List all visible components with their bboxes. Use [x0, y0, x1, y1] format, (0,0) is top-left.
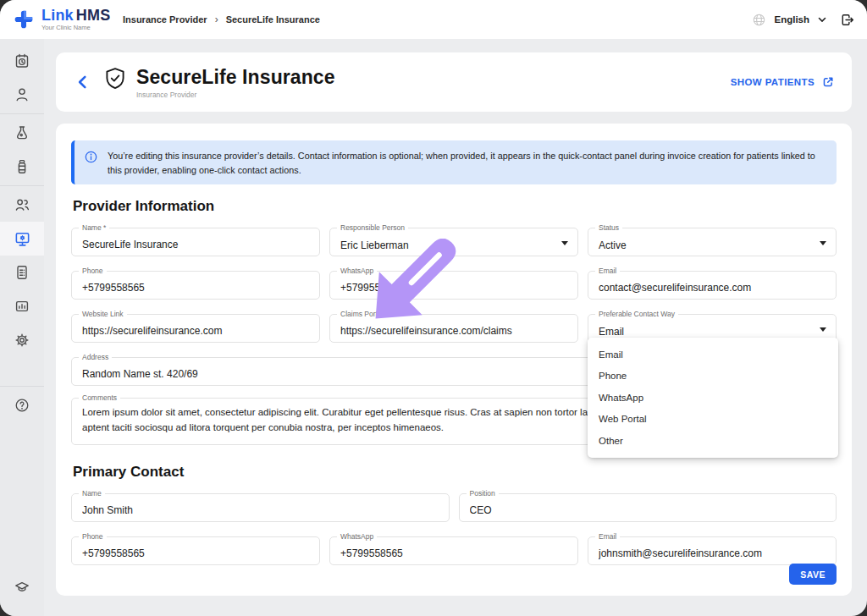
- chevron-down-icon: [817, 14, 827, 25]
- email-field[interactable]: Email: [588, 271, 837, 300]
- status-label: Status: [595, 223, 622, 232]
- sidebar-item-reports[interactable]: [0, 289, 44, 323]
- phone-field[interactable]: Phone: [71, 271, 320, 300]
- website-link-field[interactable]: Website Link: [71, 314, 320, 343]
- email-field-label: Email: [595, 267, 620, 275]
- status-select[interactable]: Status Active: [588, 228, 837, 256]
- website-link-input[interactable]: [72, 315, 319, 342]
- contact-position-input[interactable]: [460, 494, 837, 521]
- monitor-gear-icon: [14, 230, 31, 248]
- contact-email-label: Email: [595, 532, 620, 541]
- sidebar-item-invoices[interactable]: [0, 256, 44, 289]
- sidebar-item-pharmacy[interactable]: [0, 150, 44, 184]
- whatsapp-input[interactable]: [330, 272, 577, 299]
- topbar: LinkHMS Your Clinic Name Insurance Provi…: [0, 0, 867, 39]
- contact-email-field[interactable]: Email: [588, 536, 837, 565]
- menu-option-whatsapp[interactable]: WhatsApp: [588, 387, 838, 409]
- sidebar: [0, 39, 44, 616]
- contact-whatsapp-input[interactable]: [330, 537, 577, 564]
- breadcrumb: Insurance Provider › SecureLife Insuranc…: [123, 0, 320, 39]
- logout-icon: [839, 12, 855, 28]
- claims-portal-link-field[interactable]: Claims Portal Link: [329, 314, 578, 343]
- brand-name-hms: HMS: [76, 7, 111, 24]
- name-field[interactable]: Name *: [71, 228, 320, 256]
- gear-icon: [14, 332, 30, 349]
- contact-phone-label: Phone: [79, 532, 107, 541]
- email-input[interactable]: [588, 272, 836, 299]
- section-heading-provider-information: Provider Information: [73, 198, 837, 215]
- contact-whatsapp-label: WhatsApp: [337, 532, 377, 541]
- sidebar-item-settings[interactable]: [0, 323, 44, 357]
- sidebar-item-insurance[interactable]: [0, 222, 44, 256]
- sidebar-item-staff[interactable]: [0, 188, 44, 222]
- contact-name-input[interactable]: [72, 494, 449, 521]
- sidebar-item-laboratory[interactable]: [0, 116, 44, 150]
- claims-portal-link-label: Claims Portal Link: [337, 310, 402, 318]
- calendar-clock-icon: [14, 52, 30, 69]
- menu-option-web-portal[interactable]: Web Portal: [588, 409, 838, 431]
- preferable-contact-way-value: Email: [588, 315, 836, 338]
- info-icon: [85, 151, 97, 163]
- contact-email-input[interactable]: [588, 537, 836, 564]
- contact-name-field[interactable]: Name: [71, 493, 450, 522]
- menu-option-phone[interactable]: Phone: [588, 366, 838, 388]
- menu-option-email[interactable]: Email: [588, 344, 838, 366]
- logout-button[interactable]: [839, 12, 855, 28]
- provider-form-card: You’re editing this insurance provider’s…: [56, 124, 852, 596]
- sidebar-item-schedule[interactable]: [0, 44, 44, 78]
- breadcrumb-insurance-provider[interactable]: Insurance Provider: [123, 14, 207, 25]
- save-button[interactable]: SAVE: [789, 564, 837, 585]
- language-selector[interactable]: English: [752, 13, 827, 27]
- app-window: LinkHMS Your Clinic Name Insurance Provi…: [0, 0, 867, 616]
- info-banner-text: You’re editing this insurance provider’s…: [108, 148, 825, 177]
- website-link-label: Website Link: [79, 310, 127, 318]
- menu-option-other[interactable]: Other: [588, 430, 838, 452]
- contact-phone-input[interactable]: [72, 537, 319, 564]
- contact-position-field[interactable]: Position: [459, 493, 837, 522]
- responsible-person-value: Eric Lieberman: [330, 228, 577, 251]
- people-icon: [14, 196, 30, 213]
- lab-flask-icon: [14, 124, 30, 141]
- contact-whatsapp-field[interactable]: WhatsApp: [329, 536, 578, 565]
- globe-icon: [752, 13, 766, 27]
- breadcrumb-securelife-insurance: SecureLife Insurance: [226, 14, 320, 25]
- brand-name-link: Link: [41, 7, 74, 24]
- sidebar-item-education[interactable]: [0, 570, 44, 604]
- name-field-label: Name *: [79, 223, 109, 232]
- medicine-bottle-icon: [14, 158, 30, 175]
- clinic-plus-logo-icon: [13, 8, 35, 30]
- section-heading-primary-contact: Primary Contact: [73, 464, 837, 481]
- help-circle-icon: [14, 397, 30, 414]
- contact-phone-field[interactable]: Phone: [71, 536, 320, 565]
- sidebar-item-help[interactable]: [0, 388, 44, 422]
- brand-subtitle: Your Clinic Name: [41, 25, 110, 31]
- back-button[interactable]: [76, 74, 89, 90]
- address-field-label: Address: [79, 353, 112, 361]
- contact-way-dropdown-menu: Email Phone WhatsApp Web Portal Other: [588, 338, 838, 458]
- chart-board-icon: [14, 298, 30, 315]
- show-patients-button[interactable]: SHOW PATIENTS: [731, 75, 835, 89]
- claims-portal-link-input[interactable]: [330, 315, 577, 342]
- breadcrumb-separator-icon: ›: [215, 14, 218, 25]
- invoice-document-icon: [14, 264, 30, 281]
- external-link-icon: [821, 75, 835, 89]
- app-logo[interactable]: LinkHMS Your Clinic Name: [0, 8, 110, 31]
- whatsapp-field[interactable]: WhatsApp: [329, 271, 578, 300]
- comments-field-label: Comments: [79, 393, 120, 402]
- person-icon: [14, 86, 30, 103]
- phone-input[interactable]: [72, 272, 319, 299]
- sidebar-item-patients[interactable]: [0, 78, 44, 112]
- responsible-person-select[interactable]: Responsible Person Eric Lieberman: [329, 228, 578, 256]
- dropdown-caret-icon: [820, 241, 826, 245]
- name-input[interactable]: [72, 228, 319, 256]
- graduation-cap-icon: [14, 579, 30, 596]
- shield-check-icon: [102, 66, 128, 93]
- dropdown-caret-icon: [820, 327, 826, 332]
- page-header-card: SecureLife Insurance Insurance Provider …: [56, 52, 852, 112]
- status-value: Active: [588, 228, 836, 251]
- contact-position-label: Position: [467, 489, 499, 498]
- language-label: English: [774, 14, 809, 25]
- contact-name-label: Name: [79, 489, 105, 498]
- main-area: SecureLife Insurance Insurance Provider …: [44, 39, 867, 616]
- page-title: SecureLife Insurance: [136, 66, 335, 89]
